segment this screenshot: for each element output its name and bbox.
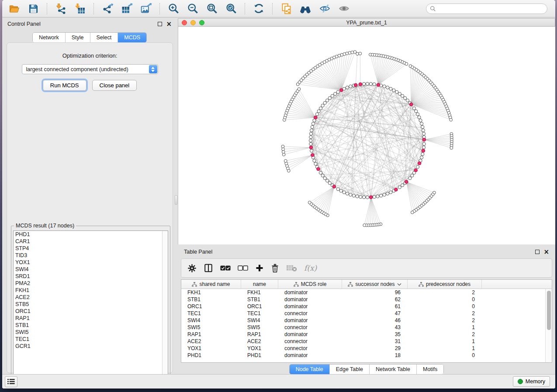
float-table-panel-icon[interactable] — [535, 250, 540, 254]
network-node[interactable] — [349, 193, 352, 196]
mcds-result-item[interactable]: STB1 — [14, 322, 168, 329]
network-node[interactable] — [311, 125, 314, 128]
mcds-node[interactable] — [340, 89, 343, 92]
list-scrollbar[interactable] — [162, 231, 168, 382]
mcds-result-item[interactable]: FKH1 — [14, 287, 168, 294]
network-node[interactable] — [389, 191, 392, 194]
table-row[interactable]: PHD1PHD1dominator180 — [181, 352, 545, 359]
network-node[interactable] — [450, 118, 453, 121]
table-row[interactable]: ACE2ACE2connector311 — [181, 338, 545, 345]
export-network-button[interactable] — [99, 2, 116, 16]
network-node[interactable] — [422, 129, 425, 132]
mcds-result-item[interactable]: CAR1 — [14, 238, 168, 245]
mcds-result-item[interactable]: ACE2 — [14, 294, 168, 301]
network-node[interactable] — [328, 182, 331, 185]
import-table-button[interactable] — [72, 2, 88, 16]
network-node[interactable] — [408, 177, 412, 180]
table-row[interactable]: TEC1TEC1connector472 — [181, 310, 545, 317]
zoom-fit-button[interactable] — [204, 2, 220, 16]
network-node[interactable] — [386, 86, 389, 89]
mcds-node[interactable] — [317, 167, 320, 171]
network-node[interactable] — [389, 87, 392, 90]
hide-selected-button[interactable] — [316, 2, 333, 16]
network-node[interactable] — [356, 195, 359, 198]
network-node[interactable] — [398, 92, 401, 95]
mcds-node[interactable] — [422, 138, 426, 141]
network-node[interactable] — [383, 193, 386, 196]
table-tab-motifs[interactable]: Motifs — [417, 364, 443, 374]
mcds-node[interactable] — [414, 168, 418, 172]
column-header-successor-nodes[interactable]: successor nodes — [342, 280, 408, 289]
network-node[interactable] — [401, 94, 404, 97]
table-settings-button[interactable] — [187, 264, 197, 273]
network-node[interactable] — [328, 96, 331, 100]
close-table-panel-icon[interactable]: × — [543, 250, 549, 254]
network-node[interactable] — [363, 196, 366, 199]
optimization-criterion-select[interactable]: largest connected component (undirected) — [22, 64, 158, 74]
network-node[interactable] — [284, 159, 287, 162]
network-node[interactable] — [363, 83, 366, 86]
delete-column-button[interactable] — [271, 264, 279, 273]
scrollbar-thumb[interactable] — [547, 291, 551, 330]
network-node[interactable] — [323, 101, 326, 104]
network-node[interactable] — [415, 110, 418, 113]
mcds-node[interactable] — [309, 146, 313, 149]
mcds-result-item[interactable]: PHD1 — [14, 231, 168, 238]
network-node[interactable] — [421, 153, 424, 156]
network-node[interactable] — [412, 107, 415, 110]
vertical-splitter[interactable] — [174, 18, 178, 374]
network-node[interactable] — [309, 132, 312, 135]
mcds-node[interactable] — [332, 185, 336, 189]
network-node[interactable] — [310, 149, 313, 152]
import-network-button[interactable] — [52, 2, 69, 16]
network-canvas[interactable] — [178, 27, 555, 244]
mcds-result-item[interactable]: SWI5 — [14, 329, 168, 336]
network-node[interactable] — [319, 171, 322, 174]
mcds-result-item[interactable]: ORC1 — [14, 308, 168, 315]
network-node[interactable] — [421, 125, 424, 128]
network-node[interactable] — [420, 156, 423, 159]
network-node[interactable] — [323, 177, 326, 180]
run-mcds-button[interactable]: Run MCDS — [43, 80, 86, 91]
mcds-result-item[interactable]: YOX1 — [14, 259, 168, 266]
table-tab-network-table[interactable]: Network Table — [370, 364, 417, 374]
tab-select[interactable]: Select — [90, 33, 118, 42]
refresh-view-button[interactable] — [250, 2, 267, 16]
table-row[interactable]: FKH1FKH1dominator962 — [181, 289, 545, 296]
tab-network[interactable]: Network — [33, 33, 66, 42]
mcds-result-item[interactable]: STP4 — [14, 245, 168, 252]
mcds-node[interactable] — [418, 162, 421, 165]
table-tab-node-table[interactable]: Node Table — [290, 364, 330, 374]
network-node[interactable] — [346, 192, 349, 195]
export-table-button[interactable] — [118, 2, 135, 16]
mcds-node[interactable] — [369, 196, 373, 199]
network-node[interactable] — [418, 116, 421, 119]
network-node[interactable] — [314, 162, 317, 165]
mcds-result-item[interactable]: PMA2 — [14, 280, 168, 287]
network-node[interactable] — [310, 129, 313, 132]
network-node[interactable] — [325, 179, 329, 182]
zoom-selected-button[interactable] — [223, 2, 239, 16]
mcds-node[interactable] — [405, 180, 408, 184]
zoom-out-button[interactable] — [184, 2, 201, 16]
network-node[interactable] — [363, 224, 366, 227]
network-node[interactable] — [336, 90, 339, 93]
table-scrollbar[interactable] — [545, 289, 552, 362]
show-columns-button[interactable] — [204, 263, 213, 273]
column-header-predecessor-nodes[interactable]: predecessor nodes — [408, 280, 482, 289]
network-node[interactable] — [373, 195, 376, 198]
mcds-node[interactable] — [394, 188, 398, 192]
mcds-result-item[interactable]: TID3 — [14, 252, 168, 259]
mcds-result-item[interactable]: TEC1 — [14, 336, 168, 343]
add-column-button[interactable] — [255, 264, 264, 272]
tab-mcds[interactable]: MCDS — [118, 33, 146, 42]
network-node[interactable] — [366, 196, 369, 199]
memory-button[interactable]: Memory — [513, 376, 550, 387]
network-graph[interactable] — [178, 27, 555, 244]
network-node[interactable] — [331, 94, 334, 97]
network-node[interactable] — [309, 136, 312, 139]
select-all-button[interactable] — [220, 265, 231, 272]
network-node[interactable] — [311, 122, 315, 125]
network-node[interactable] — [420, 122, 423, 125]
network-node[interactable] — [401, 184, 404, 187]
